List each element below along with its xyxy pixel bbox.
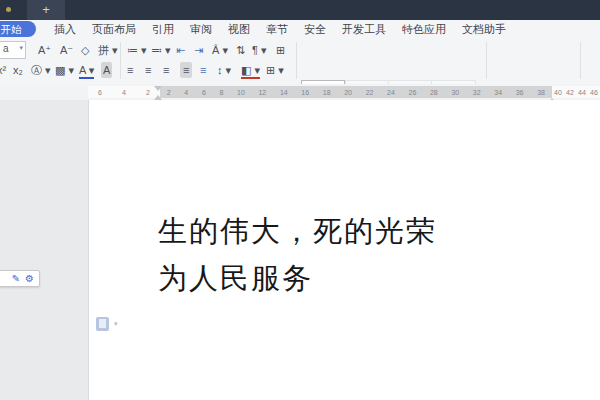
text-line: 为人民服务 [158, 255, 437, 302]
document-page[interactable]: ✎ ⚙ 生的伟大，死的光荣 为人民服务 ▾ [0, 100, 600, 400]
ribbon-toolbar: a ▾ A⁺ A⁻ ◇ 拼 ▾ x² x₂ Ⓐ ▾ ▩ ▾ A ▾ A ≔ ▾ … [0, 38, 600, 85]
superscript-button[interactable]: x² [0, 62, 6, 78]
distribute-button[interactable]: ≡ [200, 62, 206, 78]
ruler-number: 46 [590, 89, 598, 96]
group-separator [296, 42, 297, 79]
align-right-button[interactable]: ≡ [163, 62, 169, 78]
shrink-font-button[interactable]: A⁻ [60, 42, 73, 58]
ruler-number: 22 [366, 89, 374, 96]
ruler-text-area: 2468101214161820222426283032343638 [160, 86, 552, 98]
table-icon[interactable]: ⊞ [276, 42, 285, 58]
decrease-indent-button[interactable]: ⇤ [176, 42, 185, 58]
group-separator [486, 42, 487, 79]
group-separator [580, 42, 581, 79]
tab-page-layout[interactable]: 页面布局 [84, 22, 144, 37]
ruler-left-margin: 642 [88, 86, 160, 98]
ruler-number: 32 [473, 89, 481, 96]
font-name-combo[interactable]: a ▾ [0, 41, 26, 59]
ruler-number: 14 [280, 89, 288, 96]
pen-icon[interactable]: ✎ [12, 273, 20, 284]
ruler-number: 16 [301, 89, 309, 96]
floating-mini-toolbar: ✎ ⚙ [0, 270, 40, 287]
ruler-number: 24 [387, 89, 395, 96]
ruler-number: 2 [146, 89, 150, 96]
tab-developer[interactable]: 开发工具 [334, 22, 394, 37]
enclose-character-icon[interactable]: Ⓐ ▾ [31, 62, 51, 78]
ruler-number: 34 [494, 89, 502, 96]
document-text: 生的伟大，死的光荣 为人民服务 [158, 208, 437, 302]
highlight-button[interactable]: A [101, 62, 112, 78]
app-logo-dot-icon [6, 7, 11, 12]
ruler-number: 28 [430, 89, 438, 96]
grow-font-button[interactable]: A⁺ [38, 42, 51, 58]
font-name-value: a [3, 43, 9, 54]
ruler-number: 4 [184, 89, 188, 96]
horizontal-ruler: 642 2468101214161820222426283032343638 4… [0, 84, 600, 101]
ruler-number: 44 [578, 89, 586, 96]
new-tab-button[interactable]: + [27, 0, 65, 20]
ruler-number: 10 [237, 89, 245, 96]
line-spacing-button[interactable]: ↕ ▾ [217, 62, 231, 78]
font-color-button[interactable]: A ▾ [79, 63, 94, 79]
ruler-number: 4 [122, 89, 126, 96]
increase-indent-button[interactable]: ⇥ [194, 42, 203, 58]
subscript-button[interactable]: x₂ [13, 62, 23, 78]
ruler-number: 30 [451, 89, 459, 96]
numbered-list-button[interactable]: ≕ ▾ [151, 42, 171, 58]
ruler-right-margin: 40424446 [552, 86, 600, 98]
ruler-number: 2 [167, 89, 171, 96]
menu-tabs: 插入 页面布局 引用 审阅 视图 章节 安全 开发工具 特色应用 文档助手 [46, 20, 514, 38]
bullet-list-button[interactable]: ≔ ▾ [127, 42, 147, 58]
tab-special-apps[interactable]: 特色应用 [394, 22, 454, 37]
tab-review[interactable]: 审阅 [182, 22, 220, 37]
window-titlebar: + [0, 0, 600, 20]
align-left-button[interactable]: ≡ [127, 62, 133, 78]
hanging-indent-marker[interactable] [154, 91, 162, 100]
tab-home[interactable]: 开始 [0, 21, 36, 37]
ruler-number: 42 [566, 89, 574, 96]
tab-section[interactable]: 章节 [258, 22, 296, 37]
ruler-number: 6 [202, 89, 206, 96]
borders-button[interactable]: ⊞ ▾ [266, 62, 284, 78]
indent-marker[interactable] [153, 86, 163, 100]
ruler-number: 18 [323, 89, 331, 96]
align-center-button[interactable]: ≡ [145, 62, 151, 78]
chevron-down-icon: ▾ [19, 44, 23, 52]
ruler-number: 12 [258, 89, 266, 96]
justify-button[interactable]: ≡ [180, 62, 192, 78]
tab-view[interactable]: 视图 [220, 22, 258, 37]
ruler-number: 20 [344, 89, 352, 96]
menubar: 开始 插入 页面布局 引用 审阅 视图 章节 安全 开发工具 特色应用 文档助手 [0, 20, 600, 38]
group-separator [120, 42, 121, 79]
tab-references[interactable]: 引用 [144, 22, 182, 37]
sort-button[interactable]: ⇅ [236, 42, 245, 58]
ruler-number: 36 [516, 89, 524, 96]
ruler-number: 26 [409, 89, 417, 96]
tab-insert[interactable]: 插入 [46, 22, 84, 37]
ruler-number: 38 [537, 89, 545, 96]
chevron-down-icon[interactable]: ▾ [114, 320, 118, 328]
shading-bucket-icon[interactable]: ◧ ▾ [241, 63, 260, 79]
tab-security[interactable]: 安全 [296, 22, 334, 37]
ruler-number: 8 [219, 89, 223, 96]
workspace-background [0, 100, 89, 400]
paragraph-marks-button[interactable]: ¶ ▾ [252, 42, 267, 58]
text-effect-icon[interactable]: Â ▾ [212, 42, 228, 58]
clear-formatting-icon[interactable]: ◇ [81, 42, 89, 58]
phonetic-guide-icon[interactable]: 拼 ▾ [98, 42, 118, 58]
character-shading-icon[interactable]: ▩ ▾ [55, 62, 74, 78]
tab-doc-assistant[interactable]: 文档助手 [454, 22, 514, 37]
text-line: 生的伟大，死的光荣 [158, 208, 437, 255]
paste-options-button[interactable] [96, 317, 109, 331]
ruler-number: 6 [98, 89, 102, 96]
tools-icon[interactable]: ⚙ [25, 273, 34, 284]
